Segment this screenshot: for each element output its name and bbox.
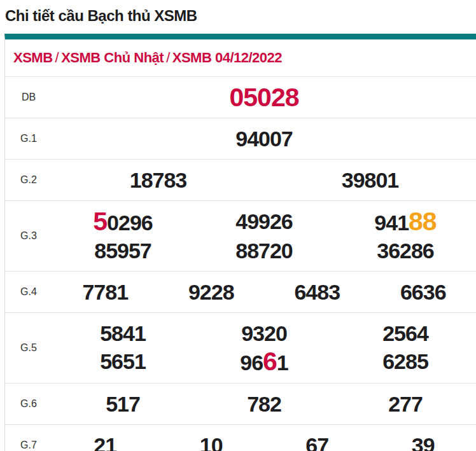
digit-segment: 39 xyxy=(412,433,435,451)
prize-line: 7781922864836636 xyxy=(52,278,476,306)
prize-number: 10 xyxy=(158,431,265,451)
digit-segment: 88720 xyxy=(235,239,293,263)
prize-number: 5651 xyxy=(52,347,193,377)
table-row-g1: G.194007 xyxy=(5,118,476,160)
prize-number: 18783 xyxy=(52,166,264,194)
digit-segment: 49926 xyxy=(235,209,293,233)
prize-number: 2564 xyxy=(335,319,476,347)
prize-values: 21106739 xyxy=(52,425,476,451)
prize-number: 49926 xyxy=(193,207,335,237)
prize-number: 39801 xyxy=(264,166,476,194)
prize-number: 67 xyxy=(264,431,370,451)
prize-number: 9228 xyxy=(158,278,265,306)
prize-number: 88720 xyxy=(193,237,335,265)
prize-number: 94007 xyxy=(52,125,476,153)
results-table: DB05028G.194007G.21878339801G.3502964992… xyxy=(5,76,476,451)
prize-values: 05028 xyxy=(52,77,476,118)
digit-segment: 96 xyxy=(240,350,263,375)
prize-line: 21106739 xyxy=(52,431,476,451)
prize-line: 502964992694188 xyxy=(52,207,476,237)
digit-segment: 782 xyxy=(247,392,281,416)
prize-values: 517782277 xyxy=(52,384,476,425)
prize-number: 85957 xyxy=(52,237,193,265)
prize-line: 859578872036286 xyxy=(52,237,476,265)
page: Chi tiết cầu Bạch thủ XSMB XSMB/XSMB Chủ… xyxy=(0,0,476,451)
prize-line: 05028 xyxy=(52,83,476,111)
digit-segment: 21 xyxy=(94,433,116,451)
table-row-g7: G.721106739 xyxy=(5,425,476,451)
prize-number: 39 xyxy=(370,431,476,451)
table-row-g6: G.6517782277 xyxy=(5,384,476,425)
prize-line: 584193202564 xyxy=(52,319,476,347)
result-panel: XSMB/XSMB Chủ Nhật/XSMB 04/12/2022 DB050… xyxy=(4,34,476,451)
prize-number: 05028 xyxy=(52,83,476,111)
table-row-g3: G.3502964992694188859578872036286 xyxy=(5,201,476,272)
digit-segment: 517 xyxy=(106,392,140,416)
digit-segment: 9320 xyxy=(241,321,287,345)
breadcrumb-link[interactable]: XSMB 04/12/2022 xyxy=(172,50,282,66)
prize-label: G.3 xyxy=(5,201,52,272)
prize-values: 7781922864836636 xyxy=(52,272,476,313)
prize-line: 517782277 xyxy=(52,390,476,418)
digit-segment: 67 xyxy=(305,433,328,451)
prize-label: G.6 xyxy=(5,384,52,425)
prize-number: 21 xyxy=(52,431,158,451)
prize-label: G.5 xyxy=(5,313,52,384)
prize-label: G.7 xyxy=(5,425,52,451)
prize-label: G.1 xyxy=(5,118,52,160)
prize-number: 50296 xyxy=(52,207,193,237)
prize-number: 6636 xyxy=(370,278,476,306)
prize-number: 5841 xyxy=(52,319,193,347)
breadcrumb-link[interactable]: XSMB Chủ Nhật xyxy=(61,50,164,66)
breadcrumb-separator: / xyxy=(53,50,62,66)
prize-values: 502964992694188859578872036286 xyxy=(52,201,476,272)
digit-segment: 10 xyxy=(200,433,223,451)
table-row-g4: G.47781922864836636 xyxy=(5,272,476,313)
digit-segment: 1 xyxy=(277,350,288,375)
digit-segment: 18783 xyxy=(130,168,187,192)
breadcrumb-link[interactable]: XSMB xyxy=(13,50,53,66)
digit-segment: 6483 xyxy=(294,280,340,304)
prize-number: 94188 xyxy=(335,207,476,237)
prize-values: 584193202564565196616285 xyxy=(52,313,476,384)
prize-values: 94007 xyxy=(52,118,476,160)
digit-segment: 2564 xyxy=(382,321,428,345)
breadcrumb: XSMB/XSMB Chủ Nhật/XSMB 04/12/2022 xyxy=(5,39,476,76)
digit-segment: 277 xyxy=(388,392,423,416)
digit-segment: 5651 xyxy=(100,349,146,373)
prize-number: 517 xyxy=(52,390,193,418)
table-row-db: DB05028 xyxy=(5,77,476,118)
digit-segment: 5841 xyxy=(100,321,146,345)
prize-number: 782 xyxy=(193,390,335,418)
digit-segment: 85957 xyxy=(94,239,151,263)
prize-number: 7781 xyxy=(52,278,158,306)
digit-segment: 9228 xyxy=(188,280,234,304)
digit-segment: 0296 xyxy=(107,211,153,235)
digit-segment: 94007 xyxy=(235,127,293,151)
digit-segment: 7781 xyxy=(82,280,128,304)
prize-line: 1878339801 xyxy=(52,166,476,194)
prize-line: 565196616285 xyxy=(52,347,476,377)
table-row-g5: G.5584193202564565196616285 xyxy=(5,313,476,384)
prize-label: DB xyxy=(5,77,52,118)
digit-segment: 36286 xyxy=(377,239,434,263)
prize-line: 94007 xyxy=(52,125,476,153)
digit-segment: 39801 xyxy=(342,168,399,192)
table-row-g2: G.21878339801 xyxy=(5,160,476,201)
highlighted-digits: 5 xyxy=(93,207,107,236)
highlighted-digits: 05028 xyxy=(229,83,298,112)
prize-number: 9661 xyxy=(193,347,335,377)
page-title: Chi tiết cầu Bạch thủ XSMB xyxy=(0,0,476,34)
highlighted-digits: 88 xyxy=(409,207,437,236)
prize-label: G.2 xyxy=(5,160,52,201)
prize-number: 6285 xyxy=(335,347,476,377)
prize-number: 36286 xyxy=(335,237,476,265)
prize-number: 277 xyxy=(335,390,476,418)
digit-segment: 941 xyxy=(374,211,409,235)
digit-segment: 6636 xyxy=(400,280,446,304)
digit-segment: 6285 xyxy=(382,349,428,373)
highlighted-digits: 6 xyxy=(263,347,277,376)
breadcrumb-separator: / xyxy=(164,50,172,66)
prize-number: 9320 xyxy=(193,319,335,347)
prize-label: G.4 xyxy=(5,272,52,313)
